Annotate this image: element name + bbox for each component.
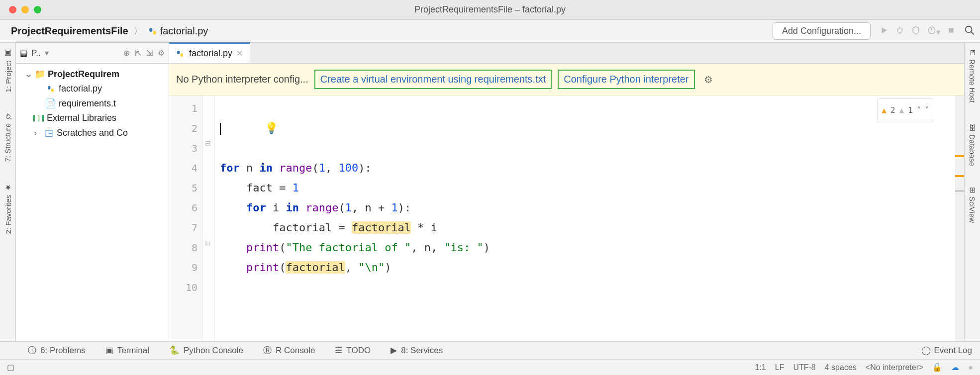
close-tab-icon[interactable]: ✕ [236,49,243,58]
line-number[interactable]: 7 [169,218,197,238]
tree-scratches[interactable]: › ◳ Scratches and Co [16,125,169,140]
memory-indicator-icon[interactable]: ● [968,363,973,372]
warning-icon: ▲ [882,100,886,120]
collapse-all-icon[interactable]: ⇲ [146,48,153,58]
project-view-icon: ▤ [20,48,27,58]
intention-bulb-icon[interactable]: 💡 [265,118,278,138]
sciview-tool-tab[interactable]: ⊞ SciView [968,184,977,226]
line-separator[interactable]: LF [775,363,784,372]
next-highlight-icon[interactable]: ˅ [925,100,929,120]
line-number[interactable]: 9 [169,258,197,278]
run-icon[interactable] [880,26,888,37]
project-tree[interactable]: ⌄ 📁 ProjectRequirem factorial.py 📄 requi… [16,64,169,143]
r-console-tool-tab[interactable]: ⓇR Console [263,345,315,356]
tree-file[interactable]: factorial.py [16,82,169,96]
project-view-selector[interactable]: P.. [31,48,41,58]
chevron-right-icon[interactable]: › [34,128,41,138]
caret-position[interactable]: 1:1 [755,363,766,372]
close-window-button[interactable] [9,6,16,13]
run-toolbar: ▾ [876,26,959,37]
indent-setting[interactable]: 4 spaces [825,363,857,372]
fold-gutter[interactable]: ⊟ ⊟ [203,95,215,341]
settings-icon[interactable]: ⚙ [158,48,165,58]
stop-icon[interactable] [947,26,955,36]
line-number[interactable]: 6 [169,198,197,218]
svg-rect-0 [149,28,152,32]
services-tool-tab[interactable]: ▶8: Services [391,345,443,356]
line-number[interactable]: 3 [169,138,197,158]
code-area[interactable]: 1 2 3 4 5 6 7 8 9 10 ⊟ ⊟ for n in range(… [169,95,964,341]
structure-icon: ⌮ [3,113,12,120]
text-caret [220,123,221,135]
line-number[interactable]: 10 [169,278,197,297]
weak-warning-marker[interactable] [955,190,964,192]
event-log-tool-tab[interactable]: ◯Event Log [921,345,972,356]
tree-file-label: requirements.t [59,98,116,109]
line-number[interactable]: 1 [169,98,197,118]
warning-marker[interactable] [955,155,964,157]
structure-tool-tab[interactable]: 7: Structure ⌮ [3,110,12,165]
breadcrumb-file[interactable]: factorial.py [160,25,208,37]
file-encoding[interactable]: UTF-8 [793,363,815,372]
line-number[interactable]: 2 [169,118,197,138]
minimize-window-button[interactable] [21,6,29,13]
tree-external-libraries[interactable]: ⫿⫿⫿ External Libraries [16,111,169,125]
breadcrumb-project[interactable]: ProjectRequirementsFile [11,25,128,37]
editor-tab-active[interactable]: factorial.py ✕ [169,42,250,63]
python-file-icon [176,49,185,58]
tool-windows-icon[interactable]: ▢ [7,363,14,372]
bottom-tool-stripe: ⓘ6: Problems ▣Terminal 🐍Python Console Ⓡ… [0,341,980,359]
prev-highlight-icon[interactable]: ˄ [917,100,921,120]
python-console-tool-tab[interactable]: 🐍Python Console [169,345,243,356]
tree-root[interactable]: ⌄ 📁 ProjectRequirem [16,67,169,82]
navigation-bar: ProjectRequirementsFile 〉 factorial.py A… [0,20,980,43]
add-configuration-button[interactable]: Add Configuration... [773,22,871,40]
problems-tool-tab[interactable]: ⓘ6: Problems [28,345,86,356]
profile-icon[interactable]: ▾ [927,26,940,37]
configure-interpreter-link[interactable]: Configure Python interpreter [558,70,694,89]
terminal-tool-tab[interactable]: ▣Terminal [105,345,149,356]
fold-end-icon[interactable]: ⊟ [205,239,211,247]
text-file-icon: 📄 [46,98,56,109]
notification-settings-icon[interactable]: ⚙ [704,74,713,86]
status-bar: ▢ 1:1 LF UTF-8 4 spaces <No interpreter>… [0,359,980,375]
r-icon: Ⓡ [263,345,272,356]
inspection-summary[interactable]: ▲2 ▲1 ˄ ˅ [877,98,933,122]
todo-icon: ☰ [335,345,342,356]
line-number[interactable]: 8 [169,238,197,258]
todo-tool-tab[interactable]: ☰TODO [335,345,371,356]
weak-warning-count: 1 [908,100,913,120]
create-venv-link[interactable]: Create a virtual environment using requi… [314,70,552,89]
expand-all-icon[interactable]: ⇱ [135,48,141,58]
line-number[interactable]: 4 [169,158,197,178]
terminal-icon: ▣ [105,345,113,356]
zoom-window-button[interactable] [34,6,41,13]
left-tool-stripe: 1: Project ▣ 7: Structure ⌮ 2: Favorites… [0,43,16,341]
debug-icon[interactable] [895,26,904,37]
python-file-icon [148,27,157,36]
project-panel-header: ▤ P.. ▾ ⊕ ⇱ ⇲ ⚙ [16,43,169,64]
deployment-icon[interactable]: ☁ [951,363,959,372]
locate-icon[interactable]: ⊕ [123,48,130,58]
error-stripe[interactable] [955,95,964,341]
svg-point-2 [898,28,902,32]
line-number-gutter[interactable]: 1 2 3 4 5 6 7 8 9 10 [169,95,203,341]
fold-start-icon[interactable]: ⊟ [205,139,211,147]
python-interpreter[interactable]: <No interpreter> [866,363,924,372]
project-tool-tab[interactable]: 1: Project ▣ [3,46,12,95]
coverage-icon[interactable] [911,26,920,37]
readonly-lock-icon[interactable]: 🔓 [932,363,942,372]
database-tool-tab[interactable]: 🗄 Database [968,121,977,169]
tree-file[interactable]: 📄 requirements.t [16,96,169,111]
favorites-tool-tab[interactable]: 2: Favorites ★ [3,180,12,237]
warning-marker[interactable] [955,175,964,177]
dropdown-icon[interactable]: ▾ [45,48,49,58]
remote-host-tool-tab[interactable]: 🖥 Remote Host [968,46,977,106]
search-everywhere-icon[interactable] [964,25,975,38]
window-controls [9,6,41,13]
line-number[interactable]: 5 [169,178,197,198]
chevron-down-icon[interactable]: ⌄ [25,69,32,80]
code-text[interactable]: for n in range(1, 100): fact = 1 for i i… [215,95,955,341]
breadcrumb: ProjectRequirementsFile 〉 factorial.py [11,24,208,38]
editor-tabs: factorial.py ✕ [169,43,964,64]
